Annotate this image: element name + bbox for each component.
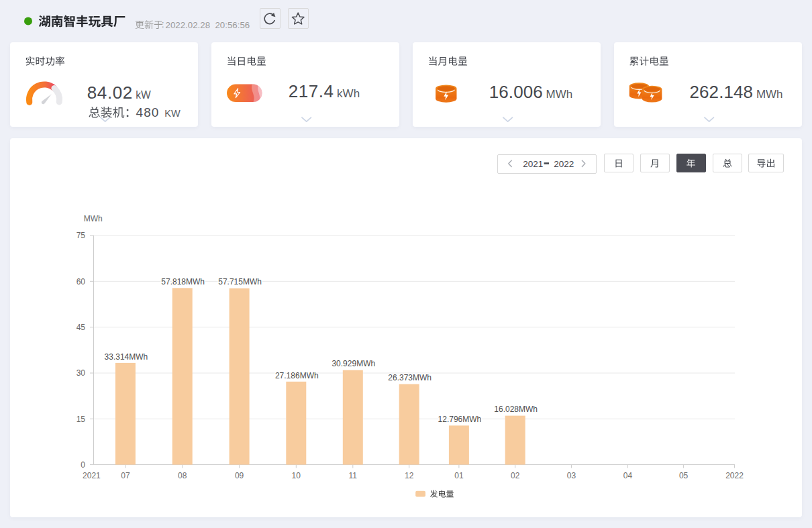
svg-text:07: 07 — [121, 471, 130, 480]
svg-text:03: 03 — [567, 471, 576, 480]
svg-text:02: 02 — [511, 471, 520, 480]
svg-text:11: 11 — [349, 471, 358, 480]
svg-text:2021: 2021 — [83, 471, 101, 480]
svg-text:33.314MWh: 33.314MWh — [105, 352, 148, 362]
svg-text:15: 15 — [77, 415, 86, 424]
svg-text:12.796MWh: 12.796MWh — [438, 415, 482, 424]
svg-text:30.929MWh: 30.929MWh — [332, 359, 375, 368]
svg-text:05: 05 — [679, 471, 689, 480]
svg-text:26.373MWh: 26.373MWh — [388, 373, 432, 382]
svg-text::: : — [162, 19, 164, 30]
svg-text:0: 0 — [81, 460, 85, 470]
svg-text:75: 75 — [77, 231, 86, 240]
svg-text:480: 480 — [136, 105, 160, 119]
svg-text:27.186MWh: 27.186MWh — [275, 371, 319, 380]
svg-text:01: 01 — [454, 471, 464, 480]
svg-text:16.028MWh: 16.028MWh — [494, 405, 538, 414]
svg-text:KW: KW — [164, 108, 181, 119]
svg-text:30: 30 — [77, 368, 86, 378]
svg-text:57.818MWh: 57.818MWh — [161, 277, 205, 286]
svg-text:2022.02.28 20:56:56: 2022.02.28 20:56:56 — [166, 20, 250, 30]
svg-text:2021: 2021 — [523, 159, 543, 169]
svg-text:12: 12 — [405, 471, 414, 480]
svg-text:57.715MWh: 57.715MWh — [218, 277, 262, 286]
svg-text:10: 10 — [292, 471, 301, 480]
svg-text:04: 04 — [623, 471, 633, 480]
svg-text:217.4 kWh: 217.4 kWh — [289, 81, 360, 101]
svg-text:2022: 2022 — [554, 159, 574, 169]
svg-text:84.02 kW: 84.02 kW — [87, 83, 151, 103]
svg-text:MWh: MWh — [84, 214, 103, 223]
svg-text:16.006 MWh: 16.006 MWh — [489, 82, 573, 102]
svg-text:09: 09 — [235, 471, 244, 480]
svg-text:262.148 MWh: 262.148 MWh — [690, 82, 783, 102]
svg-text:2022: 2022 — [725, 471, 744, 480]
svg-text:08: 08 — [178, 471, 187, 480]
svg-text:60: 60 — [77, 277, 86, 286]
svg-text:45: 45 — [77, 323, 86, 332]
